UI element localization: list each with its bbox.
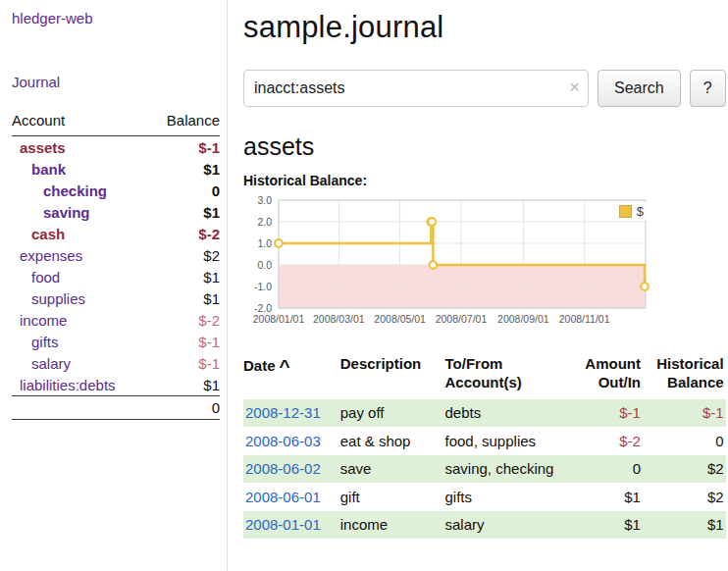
account-link-assets[interactable]: assets bbox=[20, 139, 66, 156]
col-header-date[interactable]: Date^ bbox=[243, 353, 340, 399]
transaction-accounts: debts bbox=[445, 399, 572, 428]
app-title-link[interactable]: hledger-web bbox=[12, 10, 220, 26]
account-link-expenses[interactable]: expenses bbox=[20, 247, 82, 264]
account-link-supplies[interactable]: supplies bbox=[31, 290, 85, 307]
svg-text:2.0: 2.0 bbox=[257, 216, 272, 228]
transaction-description: income bbox=[340, 511, 445, 540]
svg-text:2008/11/01: 2008/11/01 bbox=[559, 313, 610, 325]
legend-series-label: $ bbox=[637, 204, 644, 219]
account-row: liabilities:debts $1 bbox=[12, 374, 220, 396]
transaction-amount: $-1 bbox=[571, 399, 643, 428]
account-link-bank[interactable]: bank bbox=[31, 161, 66, 178]
chart-legend: $ bbox=[613, 202, 650, 221]
account-link-saving[interactable]: saving bbox=[43, 204, 90, 221]
search-box: × bbox=[243, 70, 589, 107]
hledger-web-app: hledger-web Journal Account Balance asse… bbox=[0, 0, 728, 571]
account-balance-supplies: $1 bbox=[149, 287, 220, 309]
account-balance-cash: $-2 bbox=[149, 223, 220, 244]
account-balance-liabilities-debts: $1 bbox=[149, 374, 220, 396]
transaction-description: save bbox=[340, 455, 445, 484]
section-title: assets bbox=[243, 132, 726, 161]
search-button[interactable]: Search bbox=[598, 70, 681, 107]
account-row: food $1 bbox=[12, 266, 220, 287]
sidebar: hledger-web Journal Account Balance asse… bbox=[0, 0, 228, 571]
account-row: expenses $2 bbox=[12, 244, 220, 266]
account-balance-salary: $-1 bbox=[149, 352, 220, 374]
transaction-date-link[interactable]: 2008-06-03 bbox=[245, 433, 321, 449]
account-link-food[interactable]: food bbox=[31, 269, 60, 286]
account-balance-assets: $-1 bbox=[149, 136, 220, 159]
accounts-total: 0 bbox=[149, 396, 220, 420]
sort-asc-icon: ^ bbox=[280, 356, 290, 377]
transaction-balance: $1 bbox=[643, 511, 726, 540]
svg-text:3.0: 3.0 bbox=[257, 194, 272, 206]
accounts-header-balance: Balance bbox=[149, 110, 220, 136]
svg-text:2008/09/01: 2008/09/01 bbox=[497, 313, 549, 325]
transaction-amount: $1 bbox=[571, 483, 643, 511]
transaction-amount: 0 bbox=[571, 455, 643, 484]
account-link-income[interactable]: income bbox=[20, 312, 67, 329]
svg-text:0.0: 0.0 bbox=[257, 259, 272, 271]
chart-canvas: 3.02.01.00.0-1.0-2.02008/01/012008/03/01… bbox=[243, 194, 655, 334]
transaction-accounts: saving, checking bbox=[445, 455, 572, 484]
account-link-gifts[interactable]: gifts bbox=[31, 334, 59, 350]
transaction-accounts: salary bbox=[445, 511, 572, 540]
transaction-description: gift bbox=[340, 483, 445, 511]
account-row: salary $-1 bbox=[12, 352, 220, 374]
transaction-date-link[interactable]: 2008-06-02 bbox=[245, 460, 321, 477]
transaction-amount: $1 bbox=[571, 511, 643, 540]
accounts-total-row: 0 bbox=[12, 396, 220, 420]
col-header-amount: Amount Out/In bbox=[571, 353, 643, 399]
register-header-row: Date^ Description To/From Account(s) Amo… bbox=[243, 353, 726, 399]
account-link-checking[interactable]: checking bbox=[43, 182, 107, 199]
accounts-header-account: Account bbox=[12, 110, 149, 136]
account-link-liabilities-debts[interactable]: liabilities:debts bbox=[20, 377, 116, 393]
transaction-amount: $-2 bbox=[571, 427, 643, 455]
transaction-balance: $-1 bbox=[643, 399, 726, 428]
svg-text:2008/07/01: 2008/07/01 bbox=[436, 313, 488, 325]
svg-text:2008/05/01: 2008/05/01 bbox=[374, 313, 426, 325]
chart-label: Historical Balance: bbox=[243, 173, 726, 188]
register-row: 2008-12-31 pay off debts $-1 $-1 bbox=[243, 399, 726, 428]
account-balance-expenses: $2 bbox=[149, 244, 220, 266]
account-row: income $-2 bbox=[12, 309, 220, 331]
account-row: gifts $-1 bbox=[12, 331, 220, 352]
transaction-description: pay off bbox=[340, 399, 445, 428]
col-header-date-label: Date bbox=[243, 357, 276, 374]
register-row: 2008-06-03 eat & shop food, supplies $-2… bbox=[243, 427, 726, 455]
svg-text:-1.0: -1.0 bbox=[254, 281, 272, 292]
account-row: checking 0 bbox=[12, 180, 220, 201]
svg-text:-2.0: -2.0 bbox=[254, 302, 272, 314]
col-header-accounts: To/From Account(s) bbox=[445, 353, 572, 399]
account-balance-bank: $1 bbox=[149, 158, 220, 180]
svg-text:2008/03/01: 2008/03/01 bbox=[313, 313, 365, 325]
sidebar-item-journal[interactable]: Journal bbox=[12, 74, 220, 90]
register-table: Date^ Description To/From Account(s) Amo… bbox=[243, 353, 726, 539]
transaction-date-link[interactable]: 2008-01-01 bbox=[245, 516, 321, 533]
transaction-accounts: food, supplies bbox=[445, 427, 572, 455]
account-row: assets $-1 bbox=[12, 136, 220, 159]
svg-text:2008/01/01: 2008/01/01 bbox=[253, 313, 305, 325]
clear-search-icon[interactable]: × bbox=[569, 77, 580, 99]
transaction-balance: $2 bbox=[643, 455, 726, 484]
legend-series-swatch bbox=[619, 205, 632, 218]
account-row: supplies $1 bbox=[12, 287, 220, 309]
account-link-salary[interactable]: salary bbox=[31, 355, 71, 372]
historical-balance-chart: 3.02.01.00.0-1.0-2.02008/01/012008/03/01… bbox=[243, 194, 659, 334]
account-row: bank $1 bbox=[12, 158, 220, 180]
transaction-date-link[interactable]: 2008-06-01 bbox=[245, 489, 321, 505]
accounts-header-row: Account Balance bbox=[12, 110, 220, 136]
register-row: 2008-01-01 income salary $1 $1 bbox=[243, 511, 726, 540]
account-balance-saving: $1 bbox=[149, 201, 220, 223]
help-button[interactable]: ? bbox=[690, 70, 726, 107]
register-row: 2008-06-01 gift gifts $1 $2 bbox=[243, 483, 726, 511]
register-row: 2008-06-02 save saving, checking 0 $2 bbox=[243, 455, 726, 484]
account-balance-checking: 0 bbox=[149, 180, 220, 201]
transaction-date-link[interactable]: 2008-12-31 bbox=[245, 404, 321, 421]
search-input[interactable] bbox=[243, 70, 589, 107]
transaction-balance: $2 bbox=[643, 483, 726, 511]
transaction-description: eat & shop bbox=[340, 427, 445, 455]
col-header-description: Description bbox=[340, 353, 445, 399]
account-link-cash[interactable]: cash bbox=[31, 226, 65, 242]
search-bar: × Search ? bbox=[243, 70, 726, 107]
